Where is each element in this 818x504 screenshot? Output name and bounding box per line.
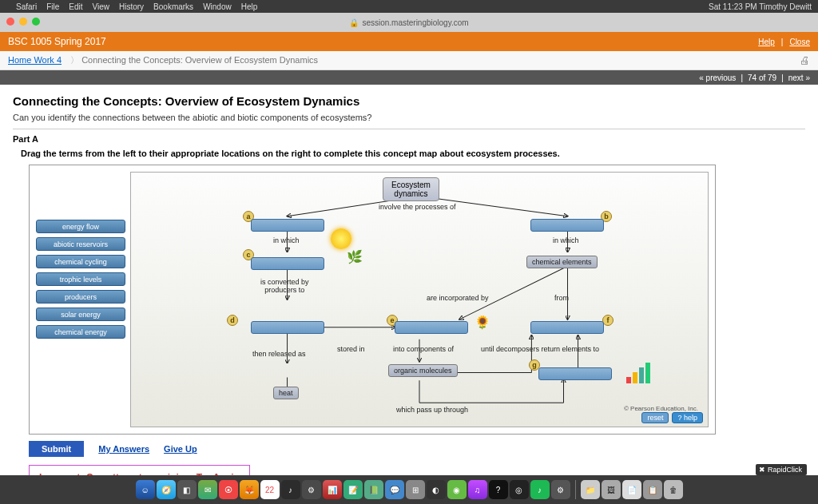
submit-button[interactable]: Submit <box>29 441 84 457</box>
label-converted: is converted by producers to <box>260 278 309 294</box>
dock-app-icon[interactable]: 📝 <box>343 480 363 499</box>
give-up-link[interactable]: Give Up <box>164 444 197 454</box>
main-content: Connecting the Concepts: Overview of Eco… <box>0 85 818 475</box>
reset-button[interactable]: reset <box>641 412 669 423</box>
term-abiotic-reservoirs[interactable]: abiotic reservoirs <box>36 237 125 251</box>
dock-app-icon[interactable]: 💬 <box>385 480 404 499</box>
provide-feedback-link[interactable]: Provide Feedback <box>665 465 730 474</box>
browser-toolbar: 🔒session.masteringbiology.com <box>0 13 818 32</box>
course-header: BSC 1005 Spring 2017 Help | Close <box>0 32 818 51</box>
exercise-area: energy flow abiotic reservoirs chemical … <box>29 165 716 435</box>
grass-icon <box>347 249 359 265</box>
maximize-window-icon[interactable] <box>32 18 40 26</box>
label-pass: which pass up through <box>396 406 468 414</box>
breadcrumb-current: Connecting the Concepts: Overview of Eco… <box>81 55 318 65</box>
dock-app-icon[interactable]: 🖼 <box>602 480 621 499</box>
dock-app-icon[interactable]: ✉ <box>198 480 217 499</box>
dock-itunes-icon[interactable]: ♫ <box>468 480 487 499</box>
dock-spotify-icon[interactable]: ♪ <box>530 480 550 499</box>
term-chemical-cycling[interactable]: chemical cycling <box>36 255 125 268</box>
dock-app-icon[interactable]: ⦿ <box>219 480 238 499</box>
copyright: © Pearson Education, Inc. <box>624 405 698 412</box>
dock-app-icon[interactable]: ♪ <box>281 480 300 499</box>
slot-a[interactable] <box>251 219 324 232</box>
app-name[interactable]: Safari <box>16 2 37 11</box>
term-producers[interactable]: producers <box>36 290 125 304</box>
dock-settings-icon[interactable]: ⚙ <box>551 480 570 499</box>
print-icon[interactable]: 🖨 <box>800 54 810 66</box>
dock-firefox-icon[interactable]: 🦊 <box>240 480 259 499</box>
nav-position: 74 of 79 <box>748 73 776 82</box>
label-stored: stored in <box>337 345 365 353</box>
label-until: until decomposers return elements to <box>481 345 599 353</box>
label-from: from <box>554 294 569 302</box>
concept-map[interactable]: Ecosystem dynamics involve the processes… <box>130 172 709 427</box>
menu-view[interactable]: View <box>92 2 109 11</box>
dock-app-icon[interactable]: ⊞ <box>406 480 425 499</box>
slot-g[interactable] <box>538 367 612 380</box>
breadcrumb: Home Work 4 〉 Connecting the Concepts: O… <box>0 51 818 70</box>
close-link[interactable]: Close <box>789 38 810 46</box>
slot-b[interactable] <box>530 219 604 232</box>
term-energy-flow[interactable]: energy flow <box>36 220 125 233</box>
menu-window[interactable]: Window <box>203 2 232 11</box>
my-answers-link[interactable]: My Answers <box>98 444 149 454</box>
help-link[interactable]: Help <box>758 38 775 46</box>
dock-finder-icon[interactable]: ☺ <box>136 480 155 499</box>
menubar-right: Sat 11:23 PM Timothy Dewitt <box>709 2 812 11</box>
next-link[interactable]: next » <box>788 73 810 82</box>
menu-bookmarks[interactable]: Bookmarks <box>153 2 193 11</box>
badge-f: f <box>602 315 614 326</box>
close-window-icon[interactable] <box>6 18 14 26</box>
menu-history[interactable]: History <box>119 2 144 11</box>
label-incorporated: are incorporated by <box>427 294 489 302</box>
slot-c[interactable] <box>251 257 324 270</box>
dock-safari-icon[interactable]: 🧭 <box>157 480 176 499</box>
mac-menubar: Safari File Edit View History Bookmarks … <box>0 0 818 13</box>
address-bar[interactable]: 🔒session.masteringbiology.com <box>349 18 468 27</box>
page-title: Connecting the Concepts: Overview of Eco… <box>13 94 805 108</box>
term-chemical-energy[interactable]: chemical energy <box>36 325 125 339</box>
minimize-window-icon[interactable] <box>19 18 27 26</box>
dock-app-icon[interactable]: 📄 <box>622 480 641 499</box>
help-button[interactable]: ? help <box>672 412 703 423</box>
dock-app-icon[interactable]: ⚙ <box>302 480 321 499</box>
dock-calendar-icon[interactable]: 22 <box>260 480 280 499</box>
prev-link[interactable]: « previous <box>699 73 736 82</box>
menu-help[interactable]: Help <box>241 2 258 11</box>
menu-file[interactable]: File <box>46 2 59 11</box>
slot-e[interactable] <box>395 321 468 334</box>
node-chemical-elements: chemical elements <box>526 256 598 268</box>
part-label: Part A <box>13 134 805 144</box>
dock-trash-icon[interactable]: 🗑 <box>664 480 683 499</box>
dock-app-icon[interactable]: ◉ <box>447 480 467 499</box>
dock-app-icon[interactable]: 📗 <box>364 480 383 499</box>
dock-folder-icon[interactable]: 📁 <box>581 480 600 499</box>
dock-app-icon[interactable]: 📊 <box>323 480 342 499</box>
dock-app-icon[interactable]: ◎ <box>510 480 529 499</box>
rapidclick-badge[interactable]: ✖ RapidClick <box>756 464 807 475</box>
term-solar-energy[interactable]: solar energy <box>36 308 125 321</box>
node-root: Ecosystem dynamics <box>383 177 439 201</box>
item-nav: « previous | 74 of 79 | next » <box>0 70 818 85</box>
dock-app-icon[interactable]: 📋 <box>643 480 662 499</box>
node-organic: organic molecules <box>388 364 458 377</box>
menu-edit[interactable]: Edit <box>69 2 82 11</box>
dock-app-icon[interactable]: ◧ <box>177 480 197 499</box>
course-title: BSC 1005 Spring 2017 <box>8 36 106 47</box>
instructions: Drag the terms from the left to their ap… <box>21 149 805 158</box>
dock-app-icon[interactable]: ◐ <box>427 480 446 499</box>
window-controls <box>6 18 40 26</box>
term-bank: energy flow abiotic reservoirs chemical … <box>36 172 125 427</box>
page-subtitle: Can you identify the connections between… <box>13 113 805 122</box>
slot-d[interactable] <box>251 321 324 334</box>
slot-f[interactable] <box>530 321 604 334</box>
term-trophic-levels[interactable]: trophic levels <box>36 272 125 286</box>
url-text: session.masteringbiology.com <box>362 18 468 27</box>
breadcrumb-home[interactable]: Home Work 4 <box>8 55 62 65</box>
label-then: then released as <box>252 350 306 358</box>
node-heat: heat <box>273 387 299 399</box>
label-inwhich-2: in which <box>553 236 579 244</box>
dock-app-icon[interactable]: ? <box>489 480 508 499</box>
feedback-message: Incorrect; One attempt remaining; Try Ag… <box>29 465 250 475</box>
